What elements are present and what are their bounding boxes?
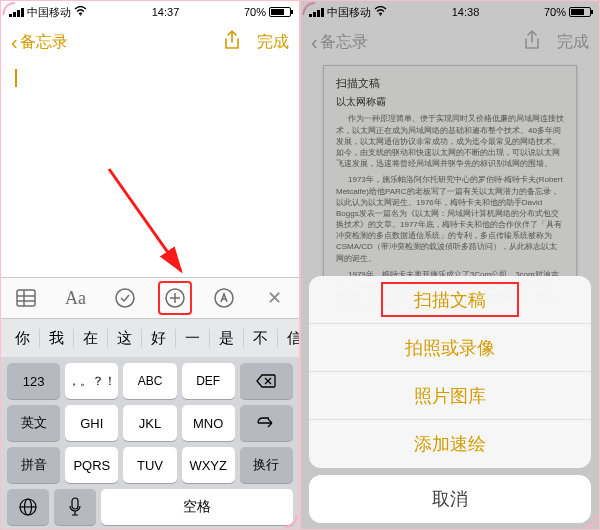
key-enter[interactable]: 换行	[240, 447, 293, 483]
svg-rect-2	[17, 290, 35, 306]
keyboard: 123 ，。？！ ABC DEF 英文 GHI JKL MNO 拼音 PQRS …	[1, 357, 299, 529]
text-style-button[interactable]: Aa	[58, 281, 92, 315]
key-pqrs[interactable]: PQRS	[65, 447, 118, 483]
key-globe[interactable]	[7, 489, 49, 525]
battery-icon	[269, 7, 291, 17]
wifi-icon	[74, 6, 87, 18]
format-toolbar: Aa ✕	[1, 277, 299, 319]
markup-button[interactable]	[207, 281, 241, 315]
add-attachment-button[interactable]	[158, 281, 192, 315]
corner-deco	[2, 2, 16, 16]
candidate-row: 你 我 在 这 好 一 是 不 信	[1, 319, 299, 357]
candidate[interactable]: 我	[40, 329, 74, 348]
nav-bar: ‹ 备忘录 完成	[1, 23, 299, 61]
corner-deco	[284, 514, 298, 528]
key-space[interactable]: 空格	[101, 489, 293, 525]
candidate[interactable]: 在	[74, 329, 108, 348]
chevron-left-icon: ‹	[11, 32, 18, 52]
candidate[interactable]: 你	[1, 329, 40, 348]
key-123[interactable]: 123	[7, 363, 60, 399]
back-label: 备忘录	[20, 32, 68, 53]
key-punct[interactable]: ，。？！	[65, 363, 118, 399]
battery-pct: 70%	[244, 6, 266, 18]
text-cursor	[15, 69, 17, 87]
key-english[interactable]: 英文	[7, 405, 60, 441]
status-bar: 中国移动 14:37 70%	[1, 1, 299, 23]
key-abc[interactable]: ABC	[123, 363, 176, 399]
svg-point-6	[116, 289, 134, 307]
table-button[interactable]	[9, 281, 43, 315]
note-editor[interactable]	[1, 61, 299, 99]
candidate[interactable]: 一	[176, 329, 210, 348]
checklist-button[interactable]	[108, 281, 142, 315]
key-ghi[interactable]: GHI	[65, 405, 118, 441]
candidate[interactable]: 这	[108, 329, 142, 348]
sheet-take-photo[interactable]: 拍照或录像	[309, 324, 591, 372]
phone-right: 中国移动 14:38 70% ‹ 备忘录 完成 扫描文稿 以太网称霸 作为一种原…	[300, 0, 600, 530]
dismiss-toolbar-button[interactable]: ✕	[257, 281, 291, 315]
annotation-arrow	[101, 161, 201, 291]
clock: 14:37	[152, 6, 180, 18]
sheet-cancel[interactable]: 取消	[309, 475, 591, 523]
phone-left: 中国移动 14:37 70% ‹ 备忘录 完成 Aa	[0, 0, 300, 530]
svg-rect-14	[72, 498, 78, 509]
svg-line-1	[109, 169, 181, 271]
candidate[interactable]: 不	[244, 329, 278, 348]
share-button[interactable]	[223, 30, 241, 54]
key-pinyin[interactable]: 拼音	[7, 447, 60, 483]
key-tuv[interactable]: TUV	[123, 447, 176, 483]
sheet-scan-documents[interactable]: 扫描文稿	[309, 276, 591, 324]
key-def[interactable]: DEF	[182, 363, 235, 399]
carrier-label: 中国移动	[27, 5, 71, 20]
svg-point-0	[80, 14, 82, 16]
sheet-add-sketch[interactable]: 添加速绘	[309, 420, 591, 468]
action-sheet: 扫描文稿 拍照或录像 照片图库 添加速绘 取消	[309, 276, 591, 523]
svg-point-10	[215, 289, 233, 307]
candidate[interactable]: 信	[278, 329, 300, 348]
key-jkl[interactable]: JKL	[123, 405, 176, 441]
key-mno[interactable]: MNO	[182, 405, 235, 441]
candidate[interactable]: 是	[210, 329, 244, 348]
back-button[interactable]: ‹ 备忘录	[11, 32, 68, 53]
corner-deco	[584, 514, 598, 528]
key-delete[interactable]	[240, 363, 293, 399]
key-wxyz[interactable]: WXYZ	[182, 447, 235, 483]
candidate[interactable]: 好	[142, 329, 176, 348]
sheet-photo-library[interactable]: 照片图库	[309, 372, 591, 420]
done-button[interactable]: 完成	[257, 32, 289, 53]
key-mic[interactable]	[54, 489, 96, 525]
key-confirm[interactable]	[240, 405, 293, 441]
